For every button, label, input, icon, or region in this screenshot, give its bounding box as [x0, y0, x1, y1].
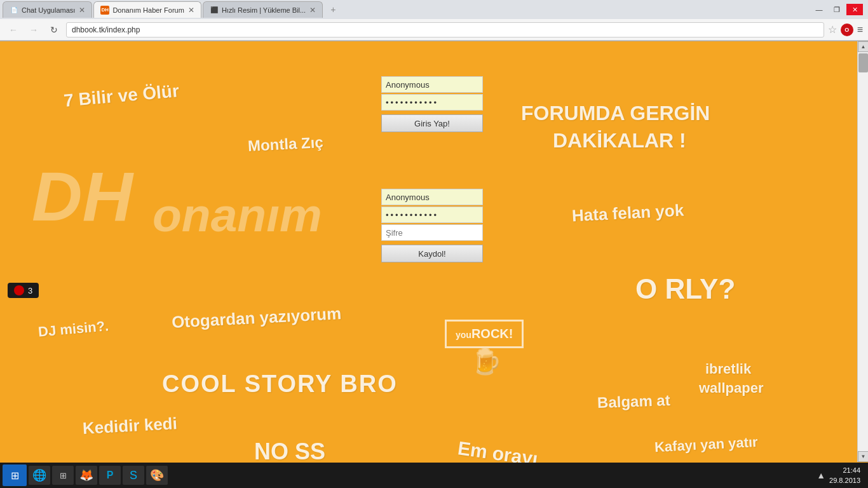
minimize-btn[interactable]: — [811, 4, 827, 15]
settings-icon[interactable]: ≡ [857, 24, 863, 36]
main-content: 7 Bilir ve Ölür FORUMDA GERGİN DAKİKALAR… [0, 41, 868, 487]
hw-text-cool: COOL STORY BRO [162, 370, 398, 398]
tab-close-chat[interactable]: ✕ [75, 6, 85, 15]
new-tab-btn[interactable]: + [327, 4, 336, 15]
address-text: dhbook.tk/index.php [72, 25, 140, 34]
hw-text-dakikalar: DAKİKALAR ! [553, 129, 686, 152]
nav-right: ☆ O ≡ [828, 24, 863, 36]
hw-text-kedi: Kedidir kedi [82, 414, 177, 438]
firefox-taskbar-icon[interactable]: 🦊 [76, 466, 97, 485]
tab-icon-chat: 📄 [10, 6, 18, 15]
scroll-thumb[interactable] [858, 53, 868, 72]
pidgin-taskbar-icon[interactable]: P [99, 466, 121, 485]
clock-time: 21:44 [829, 465, 860, 476]
title-bar: 📄 Chat Uygulaması ✕ DH Donanım Haber For… [0, 0, 868, 19]
you-rock-box: youROCK! [445, 320, 524, 348]
tray-up-arrow[interactable]: ▲ [817, 470, 825, 480]
hw-text-balgam: Balgam at [597, 391, 671, 412]
hw-text-wallpaper: wallpaper [699, 380, 763, 396]
hw-text-montla: Montla Zıç [247, 133, 323, 155]
paint-taskbar-icon[interactable]: 🎨 [146, 466, 168, 485]
tab-label-chat: Chat Uygulaması [22, 6, 75, 14]
chrome-taskbar-icon[interactable]: 🌐 [29, 466, 50, 485]
opera-icon[interactable]: O [841, 24, 853, 36]
login-form: Giris Yap! [381, 76, 486, 132]
register-confirm-input[interactable] [381, 224, 483, 241]
hw-text-forumda: FORUMDA GERGİN [521, 102, 710, 125]
tab-hizli[interactable]: ⬛ Hızlı Resim | Yükleme Bil... ✕ [203, 1, 323, 18]
tab-label-dh: Donanım Haber Forum [112, 6, 184, 14]
scrollbar[interactable]: ▲ ▼ [857, 41, 868, 462]
back-btn[interactable]: ← [5, 22, 22, 38]
tab-chat[interactable]: 📄 Chat Uygulaması ✕ [3, 1, 92, 18]
notif-red-dot [14, 285, 24, 295]
maximize-btn[interactable]: ❐ [829, 4, 845, 15]
notif-count: 3 [28, 286, 32, 295]
hw-text-dj: DJ misin?. [37, 318, 109, 341]
register-username-input[interactable] [381, 189, 483, 205]
hw-text-ibretlik: ibretlik [705, 361, 751, 377]
notification-badge[interactable]: 3 [8, 283, 39, 298]
reload-btn[interactable]: ↻ [46, 22, 62, 38]
scroll-up-btn[interactable]: ▲ [858, 41, 868, 52]
hw-text-1: 7 Bilir ve Ölür [63, 81, 180, 111]
bookmark-star-icon[interactable]: ☆ [828, 24, 837, 36]
register-password-input[interactable] [381, 207, 483, 223]
hw-text-noss: NO SS [254, 438, 325, 465]
tab-label-hizli: Hızlı Resim | Yükleme Bil... [222, 6, 306, 14]
forward-btn[interactable]: → [25, 22, 42, 38]
dh-logo: DH [32, 156, 133, 236]
clock-date: 29.8.2013 [829, 475, 860, 486]
tab-close-dh[interactable]: ✕ [184, 6, 194, 15]
login-username-input[interactable] [381, 76, 483, 93]
windows-taskbar-icon[interactable]: ⊞ [52, 466, 74, 485]
dh-logo-text: onanım [153, 187, 322, 242]
scroll-down-btn[interactable]: ▼ [858, 451, 868, 462]
close-btn[interactable]: ✕ [846, 4, 863, 15]
you-rock-text: youROCK! [456, 328, 513, 341]
register-button[interactable]: Kaydol! [381, 245, 483, 262]
mug-icon: 🍺 [470, 346, 502, 376]
register-form: Kaydol! [381, 189, 486, 262]
hw-text-kafayi: Kafayı yan yatır [654, 434, 758, 456]
login-password-input[interactable] [381, 94, 483, 111]
start-button[interactable]: ⊞ [3, 464, 27, 486]
taskbar: ⊞ 🌐 ⊞ 🦊 P S 🎨 ▲ 21:44 29.8.2013 [0, 463, 868, 488]
nav-bar: ← → ↻ dhbook.tk/index.php ☆ O ≡ [0, 19, 868, 41]
skype-taskbar-icon[interactable]: S [123, 466, 144, 485]
system-clock: 21:44 29.8.2013 [829, 465, 860, 486]
address-bar[interactable]: dhbook.tk/index.php [66, 22, 824, 37]
tab-icon-dh: DH [100, 6, 109, 15]
hw-text-hata: Hata felan yok [571, 200, 684, 226]
login-button[interactable]: Giris Yap! [381, 114, 483, 132]
hw-text-otogar: Otogardan yazıyorum [171, 304, 342, 332]
system-tray: ▲ 21:44 29.8.2013 [817, 465, 865, 486]
hw-text-orly: O RLY? [635, 273, 735, 305]
tab-icon-hizli: ⬛ [210, 6, 219, 15]
tab-dh[interactable]: DH Donanım Haber Forum ✕ [93, 1, 201, 18]
tab-close-hizli[interactable]: ✕ [306, 6, 316, 15]
window-controls: — ❐ ✕ [811, 4, 865, 15]
